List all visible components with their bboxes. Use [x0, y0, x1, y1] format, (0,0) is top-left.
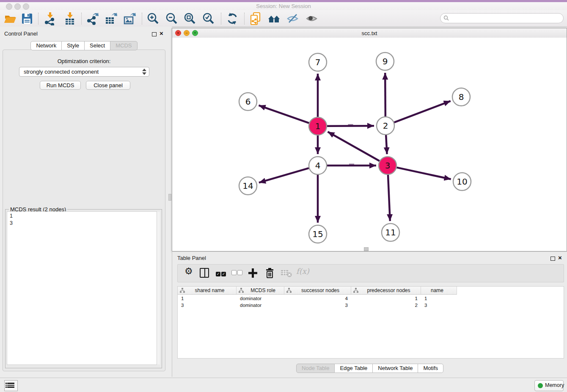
- column-header-label: shared name: [187, 287, 236, 293]
- search-input[interactable]: [451, 14, 561, 22]
- edge-2-8[interactable]: [394, 101, 451, 123]
- status-bar: Memory: [0, 378, 567, 392]
- refresh-icon[interactable]: [226, 12, 239, 25]
- edge-label-mark: [348, 124, 353, 125]
- network-graph[interactable]: 7968124314101511: [172, 38, 567, 251]
- window-title: Session: New Session: [0, 3, 567, 9]
- float-table-panel-icon[interactable]: [550, 256, 555, 262]
- table-panel: Table Panel × ⚙ ✓✓ f(x) shared nameMCDS …: [172, 252, 567, 377]
- first-neighbors-icon[interactable]: [267, 12, 281, 25]
- optimization-criterion-dropdown[interactable]: strongly connected component: [19, 67, 149, 77]
- tab-edge-table[interactable]: Edge Table: [335, 364, 373, 373]
- tab-style[interactable]: Style: [62, 41, 85, 50]
- table-cell[interactable]: 1: [178, 295, 237, 302]
- node-label: 8: [459, 92, 464, 102]
- split-columns-icon[interactable]: [200, 268, 209, 278]
- splitter-grip[interactable]: [168, 194, 171, 201]
- zoom-out-icon[interactable]: [165, 12, 179, 25]
- import-network-icon[interactable]: [43, 12, 57, 25]
- zoom-selected-icon[interactable]: [202, 12, 215, 25]
- tab-node-table[interactable]: Node Table: [296, 364, 335, 373]
- node-label: 4: [315, 160, 321, 171]
- canvas-hscroll-thumb[interactable]: [364, 247, 369, 251]
- node-label: 1: [315, 121, 321, 131]
- tab-network-table[interactable]: Network Table: [373, 364, 418, 373]
- table-toolbar: ⚙ ✓✓ f(x): [177, 264, 564, 282]
- list-icon: [7, 383, 14, 389]
- hide-selected-icon[interactable]: [286, 12, 300, 25]
- column-header-successor-nodes[interactable]: successor nodes: [284, 287, 351, 295]
- edge-3-1[interactable]: [328, 132, 380, 161]
- edge-4-14[interactable]: [259, 168, 309, 182]
- mcds-result-text[interactable]: 13: [7, 211, 157, 365]
- float-panel-icon[interactable]: [152, 31, 157, 38]
- import-table-icon[interactable]: [63, 12, 77, 25]
- column-header-shared-name[interactable]: shared name: [178, 287, 237, 295]
- table-cell[interactable]: 4: [284, 295, 351, 302]
- edge-3-10[interactable]: [397, 168, 451, 179]
- table-cell[interactable]: 3: [284, 302, 351, 309]
- column-header-name[interactable]: name: [421, 287, 457, 295]
- select-all-icon[interactable]: ✓✓: [216, 270, 226, 276]
- table-cell[interactable]: 3: [178, 302, 237, 309]
- export-image-icon[interactable]: [123, 12, 136, 25]
- table-cell[interactable]: 2: [351, 302, 421, 309]
- network-canvas[interactable]: 7968124314101511: [172, 38, 567, 251]
- column-header-label: MCDS role: [245, 287, 284, 293]
- copy-network-icon[interactable]: [249, 12, 263, 25]
- main-toolbar: [0, 10, 567, 27]
- column-header-MCDS-role[interactable]: MCDS role: [237, 287, 284, 295]
- node-label: 9: [383, 56, 388, 66]
- run-mcds-button[interactable]: Run MCDS: [40, 81, 81, 90]
- edge-2-9[interactable]: [385, 73, 385, 116]
- delete-column-icon[interactable]: [264, 267, 275, 280]
- mcds-result-box: MCDS result (2 nodes) 13: [5, 209, 162, 368]
- panel-splitter[interactable]: [168, 27, 172, 378]
- table-row[interactable]: 3dominator323: [178, 302, 457, 309]
- function-builder-icon: f(x): [296, 267, 309, 276]
- column-type-icon: [239, 288, 244, 293]
- network-window-title: scc.txt: [172, 30, 567, 36]
- mcds-result-scrollbar[interactable]: [157, 212, 160, 364]
- tab-mcds[interactable]: MCDS: [110, 41, 137, 50]
- table-cell[interactable]: 1: [421, 295, 457, 302]
- tab-select[interactable]: Select: [85, 41, 110, 50]
- column-type-icon: [353, 288, 358, 293]
- table-cell[interactable]: 3: [421, 302, 457, 309]
- close-table-panel-icon[interactable]: ×: [558, 256, 562, 260]
- edge-2-3[interactable]: [386, 135, 387, 154]
- open-session-icon[interactable]: [3, 12, 17, 25]
- node-label: 14: [242, 181, 253, 191]
- tab-network[interactable]: Network: [30, 41, 62, 50]
- task-history-button[interactable]: [4, 380, 18, 391]
- edge-1-6[interactable]: [259, 105, 309, 123]
- add-column-icon[interactable]: [248, 268, 258, 280]
- edge-3-11[interactable]: [388, 175, 390, 221]
- column-type-icon: [286, 288, 292, 293]
- zoom-fit-icon[interactable]: [183, 12, 197, 25]
- network-view-window: × − + scc.txt 7968124314101511: [172, 28, 567, 251]
- column-header-predecessor-nodes[interactable]: predecessor nodes: [351, 287, 421, 295]
- export-table-icon[interactable]: [104, 12, 118, 25]
- export-network-icon[interactable]: [86, 12, 99, 25]
- deselect-all-icon[interactable]: [231, 270, 242, 276]
- table-cell[interactable]: 1: [351, 295, 421, 302]
- zoom-in-icon[interactable]: [146, 12, 160, 25]
- table-cell[interactable]: dominator: [237, 295, 284, 302]
- column-type-icon: [180, 288, 185, 293]
- table-row[interactable]: 1dominator411: [178, 295, 457, 302]
- edge-1-2[interactable]: [327, 126, 374, 126]
- memory-label: Memory: [545, 382, 564, 388]
- tab-motifs[interactable]: Motifs: [418, 364, 443, 373]
- column-header-label: predecessor nodes: [360, 287, 421, 293]
- close-panel-button[interactable]: Close panel: [86, 81, 130, 90]
- gear-icon[interactable]: ⚙: [184, 266, 193, 276]
- table-cell[interactable]: dominator: [237, 302, 284, 309]
- show-all-icon[interactable]: [305, 12, 319, 25]
- node-table[interactable]: shared nameMCDS rolesuccessor nodesprede…: [177, 286, 564, 359]
- application-window: Session: New Session: [0, 0, 567, 392]
- close-panel-icon[interactable]: ×: [160, 31, 163, 36]
- memory-button[interactable]: Memory: [534, 380, 564, 391]
- dropdown-stepper-icon: [141, 68, 147, 75]
- save-session-icon[interactable]: [20, 12, 34, 25]
